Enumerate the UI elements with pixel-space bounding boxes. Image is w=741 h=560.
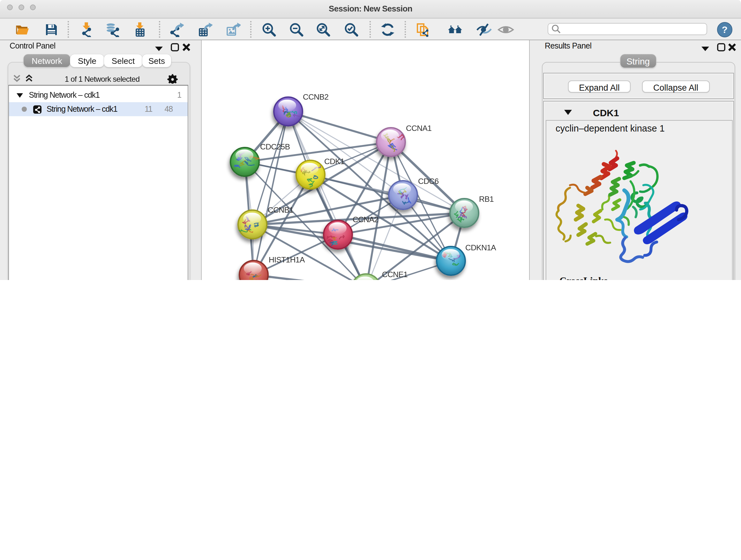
svg-text:?: ? (722, 24, 727, 35)
